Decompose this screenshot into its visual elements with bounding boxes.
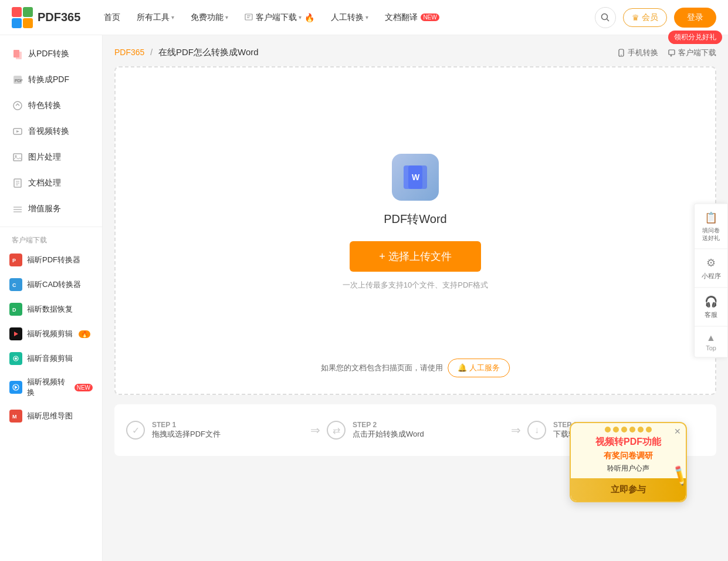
svg-point-36 — [671, 55, 672, 56]
float-customer-service[interactable]: 🎧 客服 — [695, 288, 727, 327]
fire-icon: 🔥 — [304, 13, 314, 22]
mobile-convert-action[interactable]: 手机转换 — [617, 48, 658, 58]
upload-hint: 一次上传最多支持10个文件、支持PDF格式 — [343, 280, 488, 290]
fuxit-video-edit-icon — [9, 327, 22, 340]
svg-rect-3 — [23, 18, 33, 28]
chevron-down-icon: ▾ — [299, 14, 302, 21]
login-button[interactable]: 登录 — [674, 8, 716, 28]
promo-participate-button[interactable]: 立即参与 — [571, 478, 686, 501]
sidebar-client-video-convert[interactable]: 福昕视频转换 NEW — [0, 371, 102, 404]
promo-dot-6 — [646, 427, 652, 432]
promo-popup: ✕ 视频转PDF功能 有奖问卷调研 聆听用户心声 立即参与 ✏️ — [570, 422, 687, 502]
nav-download[interactable]: 客户端下载 ▾ 🔥 — [239, 9, 320, 26]
translate-badge: NEW — [421, 13, 439, 21]
nav-free[interactable]: 免费功能 ▾ — [185, 9, 234, 26]
header-right: ♛ 会员 登录 — [595, 7, 716, 28]
sidebar-client-video-edit[interactable]: 福昕视频剪辑 🔥 — [0, 322, 102, 346]
upload-area: W PDF转Word + 选择上传文件 一次上传最多支持10个文件、支持PDF格… — [114, 66, 716, 395]
sidebar-client-data-recovery[interactable]: D 福昕数据恢复 — [0, 297, 102, 322]
client-download-icon — [668, 49, 676, 57]
mobile-icon — [617, 49, 625, 57]
sidebar-divider — [0, 227, 102, 227]
nav-translate[interactable]: 文档翻译 NEW — [379, 9, 445, 26]
step-2-num: STEP 2 — [353, 421, 424, 429]
step-arrow-2: ⇒ — [504, 418, 527, 442]
logo[interactable]: PDF365 — [12, 7, 80, 28]
breadcrumb-path: PDF365 / 在线PDF怎么转换成Word — [114, 47, 259, 58]
nav-tools[interactable]: 所有工具 ▾ — [131, 9, 180, 26]
step-1-num: STEP 1 — [152, 421, 221, 429]
breadcrumb: PDF365 / 在线PDF怎么转换成Word 手机转换 客户端下载 — [114, 47, 716, 58]
breadcrumb-actions: 手机转换 客户端下载 — [617, 48, 716, 58]
sidebar-item-to-pdf[interactable]: PDF 转换成PDF — [0, 67, 102, 93]
fuxit-pdf-icon: P — [9, 254, 22, 266]
promo-dot-3 — [621, 427, 627, 432]
chevron-down-icon: ▾ — [171, 14, 174, 21]
breadcrumb-home[interactable]: PDF365 — [114, 48, 144, 57]
svg-line-8 — [607, 19, 610, 21]
main-nav: 首页 所有工具 ▾ 免费功能 ▾ 客户端下载 ▾ 🔥 人工转换 ▾ 文档翻译 N… — [98, 9, 595, 26]
sidebar-client-pdf-converter[interactable]: P 福昕PDF转换器 — [0, 248, 102, 272]
chevron-down-icon: ▾ — [225, 14, 228, 21]
promo-close-button[interactable]: ✕ — [674, 427, 681, 436]
coupon-badge[interactable]: 领积分兑好礼 — [668, 31, 722, 44]
svg-text:PDF: PDF — [15, 79, 23, 83]
sidebar-item-image[interactable]: 图片处理 — [0, 144, 102, 170]
breadcrumb-current: 在线PDF怎么转换成Word — [158, 47, 259, 57]
manual-service-prefix: 如果您的文档包含扫描页面，请使用 — [321, 363, 443, 373]
sidebar-item-value[interactable]: 增值服务 — [0, 196, 102, 222]
customer-service-icon: 🎧 — [705, 295, 717, 308]
promo-title: 视频转PDF功能 — [571, 434, 686, 450]
step-arrow-1: ⇒ — [303, 418, 327, 442]
svg-point-7 — [602, 13, 608, 19]
sidebar-client-audio-edit[interactable]: 福昕音频剪辑 — [0, 346, 102, 371]
sidebar-client-mindmap[interactable]: M 福昕思维导图 — [0, 404, 102, 428]
image-icon — [12, 151, 23, 163]
fuxit-recovery-icon: D — [9, 303, 22, 316]
sidebar-item-doc[interactable]: 文档处理 — [0, 170, 102, 196]
mini-program-icon: ⚙ — [706, 256, 716, 269]
nav-manual[interactable]: 人工转换 ▾ — [325, 9, 374, 26]
questionnaire-icon: 📋 — [705, 211, 717, 224]
manual-service-button[interactable]: 🔔 人工服务 — [448, 359, 510, 377]
search-icon — [601, 13, 610, 22]
download-icon — [245, 13, 253, 22]
logo-text: PDF365 — [38, 11, 80, 24]
sidebar-item-from-pdf[interactable]: 从PDF转换 — [0, 41, 102, 67]
sidebar-item-special[interactable]: 特色转换 — [0, 93, 102, 119]
promo-dot-5 — [638, 427, 644, 432]
manual-service-area: 如果您的文档包含扫描页面，请使用 🔔 人工服务 — [321, 359, 510, 377]
svg-rect-1 — [23, 7, 33, 17]
sidebar-item-media[interactable]: 音视频转换 — [0, 119, 102, 144]
promo-dot-1 — [605, 427, 611, 432]
pdf-word-icon: W — [401, 163, 429, 191]
step-1-check: ✓ — [126, 421, 145, 440]
svg-rect-2 — [12, 18, 22, 28]
fuxit-mindmap-icon: M — [9, 410, 22, 423]
svg-marker-15 — [16, 130, 19, 133]
from-pdf-icon — [12, 48, 23, 60]
step-1: ✓ STEP 1 拖拽或选择PDF文件 — [126, 421, 303, 440]
promo-dot-2 — [613, 427, 619, 432]
crown-icon: ♛ — [632, 13, 639, 22]
svg-rect-0 — [12, 7, 22, 17]
step-2: ⇄ STEP 2 点击开始转换成Word — [327, 421, 504, 440]
float-questionnaire[interactable]: 📋 填问卷送好礼 — [695, 204, 727, 249]
to-pdf-icon: PDF — [12, 74, 23, 86]
search-button[interactable] — [595, 7, 616, 28]
media-icon — [12, 126, 23, 137]
svg-rect-10 — [16, 52, 22, 59]
svg-point-17 — [15, 156, 17, 157]
client-download-action[interactable]: 客户端下载 — [668, 48, 716, 58]
upload-button[interactable]: + 选择上传文件 — [350, 241, 481, 272]
svg-rect-35 — [669, 50, 675, 55]
float-top-button[interactable]: ▲ Top — [695, 327, 727, 357]
vip-button[interactable]: ♛ 会员 — [623, 8, 667, 27]
nav-home[interactable]: 首页 — [98, 9, 126, 26]
promo-subtitle: 有奖问卷调研 — [571, 450, 686, 462]
fuxit-audio-icon — [9, 352, 22, 365]
float-mini-program[interactable]: ⚙ 小程序 — [695, 249, 727, 288]
special-icon — [12, 100, 23, 111]
sidebar-client-cad-converter[interactable]: C 福昕CAD转换器 — [0, 272, 102, 297]
svg-text:D: D — [12, 307, 16, 313]
